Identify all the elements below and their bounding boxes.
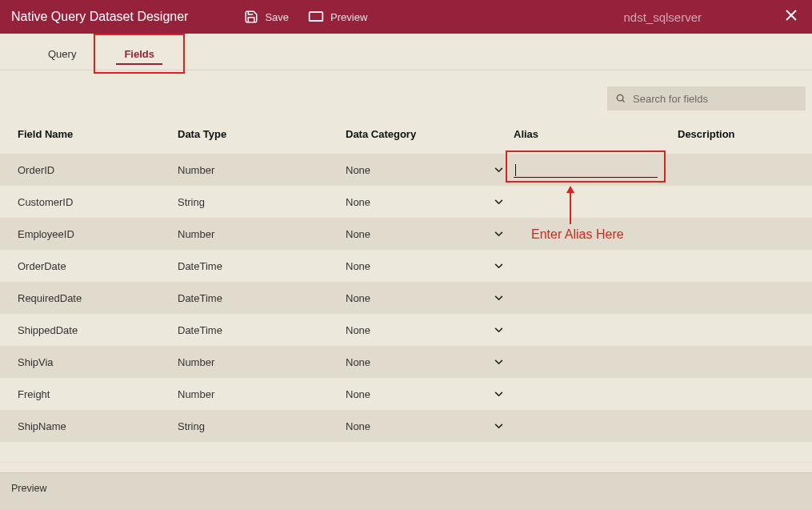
grid-header: Field Name Data Type Data Category Alias… [0,114,812,154]
cell-field-name: ShipName [18,420,178,432]
category-value: None [346,196,486,208]
table-row[interactable]: RequiredDateDateTimeNone [0,282,812,314]
svg-line-5 [622,100,625,102]
search-input[interactable] [633,93,798,105]
chevron-down-icon[interactable] [493,424,504,429]
category-value: None [346,388,486,400]
table-row[interactable]: OrderDateDateTimeNone [0,250,812,282]
dataset-name: ndst_sqlserver [623,10,702,24]
cell-data-type: DateTime [178,292,346,304]
titlebar-actions: Save Preview [244,10,367,24]
col-description: Description [678,128,807,140]
close-button[interactable] [782,6,801,28]
chevron-down-icon[interactable] [493,327,504,333]
cell-data-category[interactable]: None [346,388,514,400]
table-row[interactable]: EmployeeIDNumberNone [0,218,812,250]
save-button[interactable]: Save [244,10,289,24]
cell-data-type: Number [178,388,346,400]
category-value: None [346,164,486,176]
table-row[interactable]: ShippedDateDateTimeNone [0,314,812,346]
table-row[interactable]: ShipNameStringNone [0,410,812,442]
text-caret [515,164,516,176]
save-icon [244,10,258,24]
cell-alias[interactable] [514,186,678,218]
table-row[interactable]: FreightNumberNone [0,378,812,410]
fields-grid: Field Name Data Type Data Category Alias… [0,114,812,442]
cell-data-type: Number [178,228,346,240]
cell-data-category[interactable]: None [346,356,514,368]
chevron-down-icon[interactable] [493,231,504,237]
col-data-type: Data Type [178,128,346,140]
category-value: None [346,228,486,240]
cell-field-name: Freight [18,388,178,400]
category-value: None [346,292,486,304]
col-alias: Alias [514,128,678,140]
cell-alias[interactable] [514,154,678,186]
cell-data-category[interactable]: None [346,164,514,176]
cell-field-name: EmployeeID [18,228,178,240]
preview-panel-header[interactable]: Preview [0,472,812,510]
col-field-name: Field Name [18,128,178,140]
tab-query[interactable]: Query [32,48,92,70]
table-row[interactable]: OrderIDNumberNone [0,154,812,186]
cell-alias[interactable] [514,250,678,282]
cell-alias[interactable] [514,410,678,442]
search-row [0,70,812,114]
chevron-down-icon[interactable] [493,263,504,269]
preview-button[interactable]: Preview [308,10,367,23]
table-row[interactable]: CustomerIDStringNone [0,186,812,218]
cell-alias[interactable] [514,282,678,314]
cell-field-name: CustomerID [18,196,178,208]
preview-panel-label: Preview [11,483,46,494]
svg-rect-0 [310,12,323,21]
cell-data-type: DateTime [178,260,346,272]
cell-data-type: Number [178,356,346,368]
search-icon [615,93,626,104]
category-value: None [346,260,486,272]
table-row[interactable]: ShipViaNumberNone [0,346,812,378]
cell-data-category[interactable]: None [346,228,514,240]
category-value: None [346,324,486,336]
cell-data-type: Number [178,164,346,176]
cell-data-category[interactable]: None [346,292,514,304]
chevron-down-icon[interactable] [493,199,504,205]
category-value: None [346,356,486,368]
category-value: None [346,420,486,432]
cell-field-name: RequiredDate [18,292,178,304]
chevron-down-icon[interactable] [493,167,504,173]
cell-data-category[interactable]: None [346,196,514,208]
cell-field-name: ShipVia [18,356,178,368]
cell-data-category[interactable]: None [346,420,514,432]
cell-alias[interactable] [514,218,678,250]
col-data-category: Data Category [346,128,514,140]
cell-data-category[interactable]: None [346,260,514,272]
cell-alias[interactable] [514,378,678,410]
cell-field-name: ShippedDate [18,324,178,336]
tabs: Query Fields [0,34,812,70]
title-bar: Native Query Dataset Designer Save Previ… [0,0,812,34]
chevron-down-icon[interactable] [493,295,504,301]
cell-data-type: String [178,420,346,432]
alias-input[interactable] [514,162,658,178]
cell-data-type: String [178,196,346,208]
svg-point-4 [617,94,623,101]
cell-data-category[interactable]: None [346,324,514,336]
chevron-down-icon[interactable] [493,359,504,365]
cell-alias[interactable] [514,314,678,346]
preview-icon [308,10,324,23]
chevron-down-icon[interactable] [493,392,504,397]
save-label: Save [265,11,289,23]
search-box[interactable] [607,86,806,110]
cell-data-type: DateTime [178,324,346,336]
cell-alias[interactable] [514,346,678,378]
app-title: Native Query Dataset Designer [11,10,188,24]
preview-label: Preview [330,11,367,23]
cell-field-name: OrderDate [18,260,178,272]
tab-fields[interactable]: Fields [108,48,170,70]
cell-field-name: OrderID [18,164,178,176]
